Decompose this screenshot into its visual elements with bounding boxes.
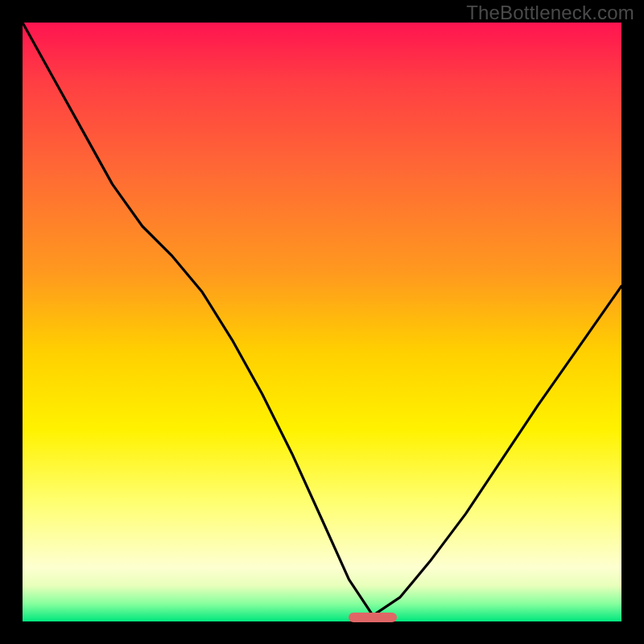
watermark-text: TheBottleneck.com (466, 2, 634, 24)
bottleneck-curve (23, 23, 621, 621)
chart-frame: TheBottleneck.com (0, 0, 644, 644)
optimal-marker (349, 613, 397, 622)
plot-area (23, 23, 621, 621)
